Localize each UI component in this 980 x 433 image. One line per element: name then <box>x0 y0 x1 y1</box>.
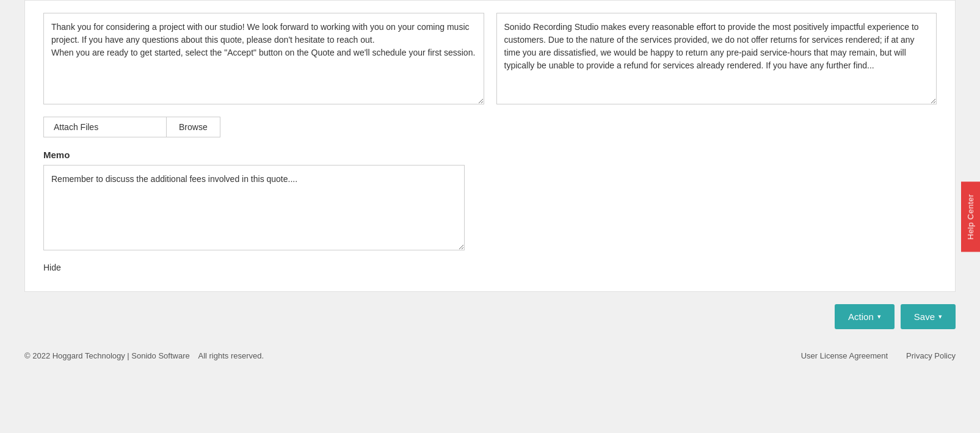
terms-textarea[interactable] <box>496 13 937 104</box>
footer-copyright: © 2022 Hoggard Technology | Sonido Softw… <box>24 351 264 360</box>
rights-text: All rights reserved. <box>198 351 264 360</box>
main-card: Attach Files Browse Memo Hide <box>24 0 956 292</box>
browse-button[interactable]: Browse <box>166 117 220 137</box>
copyright-text: © 2022 Hoggard Technology | Sonido Softw… <box>24 351 190 360</box>
top-row <box>43 13 937 104</box>
footer-links: User License Agreement Privacy Policy <box>801 351 956 360</box>
welcome-message-textarea[interactable] <box>43 13 484 104</box>
bottom-bar: Action ▾ Save ▾ <box>0 292 980 341</box>
privacy-policy-link[interactable]: Privacy Policy <box>906 351 956 360</box>
memo-label: Memo <box>43 150 937 160</box>
memo-textarea[interactable] <box>43 165 465 250</box>
attach-files-label: Attach Files <box>44 117 166 137</box>
action-chevron-icon: ▾ <box>877 313 881 321</box>
save-button[interactable]: Save ▾ <box>901 304 956 329</box>
save-button-label: Save <box>914 311 935 322</box>
help-center-button[interactable]: Help Center <box>961 181 980 252</box>
action-button[interactable]: Action ▾ <box>835 304 895 329</box>
attach-files-row: Attach Files Browse <box>43 117 220 137</box>
memo-section: Memo <box>43 150 937 253</box>
footer: © 2022 Hoggard Technology | Sonido Softw… <box>0 341 980 370</box>
hide-link[interactable]: Hide <box>43 263 61 272</box>
save-chevron-icon: ▾ <box>938 313 942 321</box>
user-license-link[interactable]: User License Agreement <box>801 351 888 360</box>
action-button-label: Action <box>848 311 874 322</box>
